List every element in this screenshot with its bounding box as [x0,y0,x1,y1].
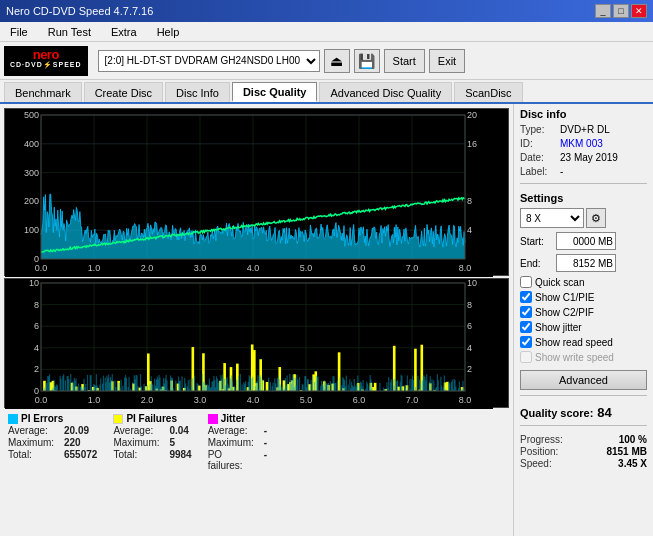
pi-failures-avg-label: Average: [113,425,165,436]
end-mb-input[interactable] [556,254,616,272]
show-write-speed-row: Show write speed [520,351,647,363]
tab-benchmark[interactable]: Benchmark [4,82,82,102]
legend-pi-failures: PI Failures Average: 0.04 Maximum: 5 Tot… [113,413,191,471]
pi-failures-avg-value: 0.04 [169,425,188,436]
toolbar: nero CD·DVD⚡SPEED [2:0] HL-DT-ST DVDRAM … [0,42,653,80]
disc-type-value: DVD+R DL [560,124,610,135]
progress-item-speed: Speed: 3.45 X [520,458,647,469]
start-mb-row: Start: [520,232,647,250]
end-mb-row: End: [520,254,647,272]
disc-date-row: Date: 23 May 2019 [520,152,647,163]
start-mb-input[interactable] [556,232,616,250]
progress-item-position: Position: 8151 MB [520,446,647,457]
menu-file[interactable]: File [4,24,34,40]
menu-help[interactable]: Help [151,24,186,40]
show-jitter-label: Show jitter [535,322,582,333]
tab-disc-info[interactable]: Disc Info [165,82,230,102]
divider-1 [520,183,647,184]
progress-value: 100 % [619,434,647,445]
pi-failures-max-row: Maximum: 5 [113,437,191,448]
show-c2-pif-checkbox[interactable] [520,306,532,318]
tab-advanced-disc-quality[interactable]: Advanced Disc Quality [319,82,452,102]
tab-create-disc[interactable]: Create Disc [84,82,163,102]
disc-id-label: ID: [520,138,558,149]
jitter-average-row: Average: - [208,425,267,436]
show-read-speed-checkbox[interactable] [520,336,532,348]
pi-errors-total-label: Total: [8,449,60,460]
pi-failures-title: PI Failures [126,413,177,424]
pi-errors-total-row: Total: 655072 [8,449,97,460]
tab-bar: Benchmark Create Disc Disc Info Disc Qua… [0,80,653,104]
show-write-speed-label: Show write speed [535,352,614,363]
menu-extra[interactable]: Extra [105,24,143,40]
legend-pi-failures-header: PI Failures [113,413,191,424]
pi-errors-total-value: 655072 [64,449,97,460]
position-label: Position: [520,446,558,457]
disc-label-row: Label: - [520,166,647,177]
show-c1-pie-checkbox[interactable] [520,291,532,303]
quality-score-value: 84 [597,405,611,420]
pi-failures-max-label: Maximum: [113,437,165,448]
drive-select[interactable]: [2:0] HL-DT-ST DVDRAM GH24NSD0 LH00 [98,50,320,72]
top-chart [4,108,509,276]
speed-value: 3.45 X [618,458,647,469]
pi-errors-avg-label: Average: [8,425,60,436]
pi-errors-average-row: Average: 20.09 [8,425,97,436]
show-write-speed-checkbox [520,351,532,363]
pi-failures-total-value: 9984 [169,449,191,460]
minimize-button[interactable]: _ [595,4,611,18]
disc-info-title: Disc info [520,108,647,120]
speed-select[interactable]: 8 X Max 4 X [520,208,584,228]
jitter-max-row: Maximum: - [208,437,267,448]
menu-bar: File Run Test Extra Help [0,22,653,42]
disc-id-row: ID: MKM 003 [520,138,647,149]
tab-disc-quality[interactable]: Disc Quality [232,82,318,102]
title-bar-controls: _ □ ✕ [595,4,647,18]
disc-label-label: Label: [520,166,558,177]
cdspeed-logo-text: CD·DVD⚡SPEED [10,61,82,68]
divider-3 [520,425,647,426]
progress-label: Progress: [520,434,563,445]
settings-icon-button[interactable]: ⚙ [586,208,606,228]
speed-row: 8 X Max 4 X ⚙ [520,208,647,228]
pi-failures-color-dot [113,414,123,424]
speed-label: Speed: [520,458,552,469]
disc-type-row: Type: DVD+R DL [520,124,647,135]
pi-failures-max-value: 5 [169,437,175,448]
position-value: 8151 MB [606,446,647,457]
bottom-chart [4,278,509,408]
exit-button[interactable]: Exit [429,49,465,73]
settings-title: Settings [520,192,647,204]
disc-date-value: 23 May 2019 [560,152,618,163]
disc-label-value: - [560,166,563,177]
title-bar: Nero CD-DVD Speed 4.7.7.16 _ □ ✕ [0,0,653,22]
pi-errors-max-row: Maximum: 220 [8,437,97,448]
disc-date-label: Date: [520,152,558,163]
maximize-button[interactable]: □ [613,4,629,18]
close-button[interactable]: ✕ [631,4,647,18]
show-c1-pie-label: Show C1/PIE [535,292,594,303]
right-panel: Disc info Type: DVD+R DL ID: MKM 003 Dat… [513,104,653,536]
jitter-max-value: - [264,437,267,448]
legend-pi-errors: PI Errors Average: 20.09 Maximum: 220 To… [8,413,97,471]
pi-failures-total-row: Total: 9984 [113,449,191,460]
app-title: Nero CD-DVD Speed 4.7.7.16 [6,5,153,17]
save-icon-button[interactable]: 💾 [354,49,380,73]
quality-score-label: Quality score: [520,407,593,419]
tab-scan-disc[interactable]: ScanDisc [454,82,522,102]
quick-scan-checkbox[interactable] [520,276,532,288]
menu-run-test[interactable]: Run Test [42,24,97,40]
chart-area: PI Errors Average: 20.09 Maximum: 220 To… [0,104,513,536]
divider-2 [520,395,647,396]
eject-icon-button[interactable]: ⏏ [324,49,350,73]
jitter-po-row: PO failures: - [208,449,267,471]
jitter-avg-label: Average: [208,425,260,436]
show-jitter-checkbox[interactable] [520,321,532,333]
pi-errors-max-value: 220 [64,437,81,448]
start-mb-label: Start: [520,236,554,247]
advanced-button[interactable]: Advanced [520,370,647,390]
pi-errors-title: PI Errors [21,413,63,424]
show-read-speed-row: Show read speed [520,336,647,348]
nero-logo: nero CD·DVD⚡SPEED [4,46,88,76]
start-button[interactable]: Start [384,49,425,73]
